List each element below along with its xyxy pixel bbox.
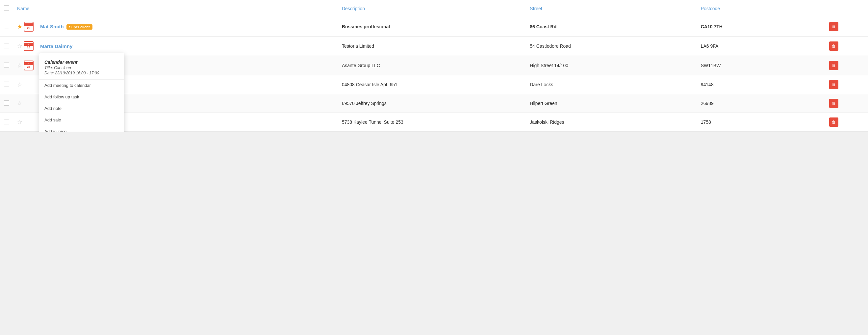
star-icon-empty[interactable]: ☆ — [17, 42, 22, 50]
row-action-cell: 🗑 — [825, 113, 868, 132]
row-description: 04808 Ceasar Isle Apt. 651 — [342, 82, 398, 87]
delete-button[interactable]: 🗑 — [829, 80, 838, 89]
row-checkbox[interactable] — [4, 100, 9, 105]
row-checkbox-cell — [0, 36, 13, 56]
row-description-cell: 04808 Ceasar Isle Apt. 651 — [338, 75, 526, 94]
street-column-header: Street — [526, 0, 696, 17]
row-action-cell: 🗑 — [825, 17, 868, 36]
table-row: ★ ▪▪ 22 Mat SmithSuper clientBussines pr… — [0, 17, 868, 36]
delete-button[interactable]: 🗑 — [829, 41, 838, 51]
row-postcode-cell: 94148 — [697, 75, 825, 94]
row-checkbox-cell — [0, 94, 13, 113]
row-street: High Street 14/100 — [530, 63, 568, 68]
row-checkbox[interactable] — [4, 63, 9, 68]
client-name-link[interactable]: Mat Smith — [40, 24, 64, 29]
star-icon-empty[interactable]: ☆ — [17, 81, 22, 88]
row-street: Hilpert Green — [530, 101, 557, 106]
row-postcode: CA10 7TH — [701, 24, 722, 29]
event-title-label: Title: — [44, 65, 53, 70]
star-icon-filled[interactable]: ★ — [17, 23, 22, 30]
name-column-header: Name — [13, 0, 338, 17]
calendar-icon[interactable]: ▪▪ 23 — [24, 61, 34, 70]
delete-button[interactable]: 🗑 — [829, 61, 838, 70]
row-postcode-cell: LA6 9FA — [697, 36, 825, 56]
contacts-table-container: Name Description Street Postcode ★ ▪▪ 22… — [0, 0, 868, 132]
row-controls: ☆ ▪▪ 23 — [17, 41, 40, 51]
row-description-cell: Bussines proffesional — [338, 17, 526, 36]
row-checkbox[interactable] — [4, 119, 9, 124]
row-description-cell: 5738 Kaylee Tunnel Suite 253 — [338, 113, 526, 132]
row-name-cell: ★ ▪▪ 22 Mat SmithSuper client — [13, 17, 338, 36]
row-description-cell: Asante Group LLC — [338, 56, 526, 75]
popup-title: Calendar event — [44, 60, 119, 65]
row-action-cell: 🗑 — [825, 94, 868, 113]
popup-event-date: Date: 23/10/2019 16:00 - 17:00 — [44, 71, 119, 75]
row-checkbox-cell — [0, 75, 13, 94]
row-postcode: 94148 — [701, 82, 714, 87]
client-name-link[interactable]: Marta Daimny — [40, 43, 72, 49]
row-description: 5738 Kaylee Tunnel Suite 253 — [342, 119, 403, 125]
table-row: ☆ ▪▪ 23 Martin KowalskyVIPAsante Group L… — [0, 56, 868, 75]
contacts-table: Name Description Street Postcode ★ ▪▪ 22… — [0, 0, 868, 132]
table-row: ☆tag2tag369570 Jeffrey SpringsHilpert Gr… — [0, 94, 868, 113]
row-postcode: LA6 9FA — [701, 43, 719, 49]
popup-menu-item[interactable]: Add sale — [39, 114, 124, 126]
popup-menu-item[interactable]: Add follow up task — [39, 91, 124, 103]
delete-button[interactable]: 🗑 — [829, 118, 838, 127]
select-all-header[interactable] — [0, 0, 13, 17]
row-checkbox[interactable] — [4, 43, 9, 49]
row-description: Testoria Limited — [342, 43, 374, 49]
postcode-column-header: Postcode — [697, 0, 825, 17]
table-row: ☆5738 Kaylee Tunnel Suite 253Jaskolski R… — [0, 113, 868, 132]
row-street-cell: 86 Coast Rd — [526, 17, 696, 36]
row-description: Bussines proffesional — [342, 24, 390, 29]
client-badge: Super client — [66, 24, 92, 30]
calendar-event-popup: Calendar event Title: Car clean Date: 23… — [39, 53, 124, 132]
calendar-icon[interactable]: ▪▪ 22 — [24, 22, 34, 32]
row-controls: ☆ — [17, 100, 40, 107]
action-column-header — [825, 0, 868, 17]
row-street: 86 Coast Rd — [530, 24, 556, 29]
row-action-cell: 🗑 — [825, 36, 868, 56]
row-description: 69570 Jeffrey Springs — [342, 101, 386, 106]
row-controls: ★ ▪▪ 22 — [17, 22, 40, 32]
description-column-header: Description — [338, 0, 526, 17]
calendar-icon[interactable]: ▪▪ 23 — [24, 41, 34, 51]
row-postcode: SW11BW — [701, 63, 721, 68]
row-checkbox[interactable] — [4, 24, 9, 29]
select-all-checkbox[interactable] — [4, 5, 9, 10]
table-row: ☆04808 Ceasar Isle Apt. 651Dare Locks941… — [0, 75, 868, 94]
row-street-cell: 54 Castledore Road — [526, 36, 696, 56]
row-street: 54 Castledore Road — [530, 43, 571, 49]
delete-button[interactable]: 🗑 — [829, 22, 838, 31]
row-street: Dare Locks — [530, 82, 553, 87]
delete-button[interactable]: 🗑 — [829, 99, 838, 108]
table-row: ☆ ▪▪ 23 Marta DaimnyTestoria Limited54 C… — [0, 36, 868, 56]
row-postcode-cell: 1758 — [697, 113, 825, 132]
event-title-value: Car clean — [54, 65, 71, 70]
star-icon-empty[interactable]: ☆ — [17, 62, 22, 69]
row-checkbox-cell — [0, 113, 13, 132]
row-action-cell: 🗑 — [825, 56, 868, 75]
event-date-label: Date: — [44, 71, 54, 75]
row-checkbox[interactable] — [4, 82, 9, 87]
popup-header: Calendar event Title: Car clean Date: 23… — [39, 57, 124, 80]
popup-menu-item[interactable]: Add invoice — [39, 126, 124, 132]
row-street-cell: Dare Locks — [526, 75, 696, 94]
popup-menu-item[interactable]: Add meeting to calendar — [39, 80, 124, 91]
popup-menu-item[interactable]: Add note — [39, 103, 124, 114]
row-controls: ☆ — [17, 81, 40, 88]
row-postcode: 26989 — [701, 101, 714, 106]
row-checkbox-cell — [0, 56, 13, 75]
row-postcode-cell: SW11BW — [697, 56, 825, 75]
star-icon-empty[interactable]: ☆ — [17, 119, 22, 126]
popup-menu: Add meeting to calendarAdd follow up tas… — [39, 80, 124, 132]
row-street-cell: Jaskolski Ridges — [526, 113, 696, 132]
event-date-value: 23/10/2019 16:00 - 17:00 — [55, 71, 99, 75]
row-street-cell: Hilpert Green — [526, 94, 696, 113]
row-description: Asante Group LLC — [342, 63, 380, 68]
row-street: Jaskolski Ridges — [530, 119, 564, 125]
row-street-cell: High Street 14/100 — [526, 56, 696, 75]
star-icon-empty[interactable]: ☆ — [17, 100, 22, 107]
popup-event-title: Title: Car clean — [44, 65, 119, 70]
